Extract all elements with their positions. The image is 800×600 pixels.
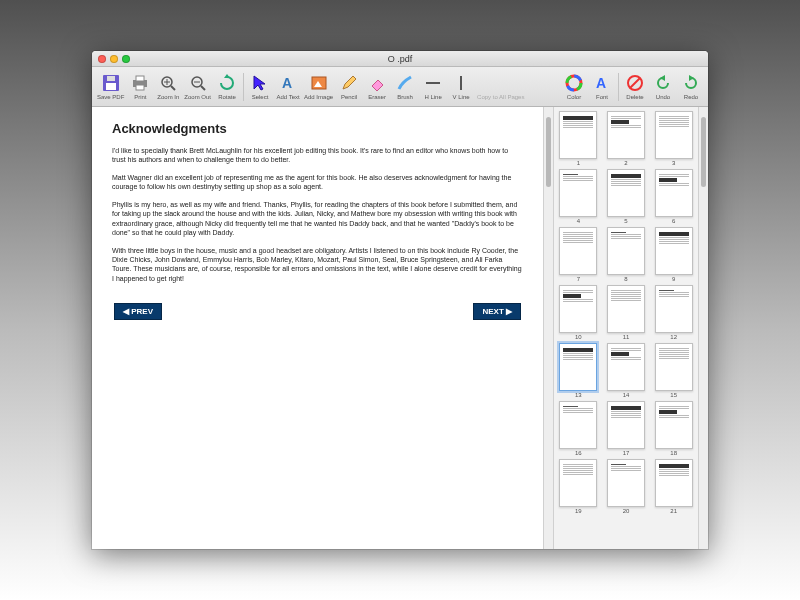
zoom-button[interactable]	[122, 55, 130, 63]
zoom-in-button[interactable]: Zoom In	[154, 73, 182, 100]
svg-rect-5	[136, 85, 144, 90]
close-button[interactable]	[98, 55, 106, 63]
thumbnail-page-9[interactable]: 9	[651, 227, 696, 282]
svg-marker-14	[254, 76, 265, 90]
svg-rect-4	[136, 76, 144, 81]
eraser-button[interactable]: Eraser	[363, 73, 391, 100]
titlebar: O .pdf	[92, 51, 708, 67]
add-image-button[interactable]: Add Image	[302, 73, 335, 100]
rotate-button[interactable]: Rotate	[213, 73, 241, 100]
thumbnail-number: 16	[575, 450, 582, 456]
hline-icon	[423, 73, 443, 93]
app-window: O .pdf Save PDF Print Zoom In Zoom Out R…	[92, 51, 708, 549]
thumbnail-number: 8	[624, 276, 627, 282]
thumbnail-number: 5	[624, 218, 627, 224]
thumbnail-page-17[interactable]: 17	[604, 401, 649, 456]
svg-marker-18	[343, 76, 356, 89]
copy-all-button[interactable]: Copy to All Pages	[475, 73, 526, 100]
paragraph: With three little boys in the house, mus…	[112, 246, 523, 284]
select-button[interactable]: Select	[246, 73, 274, 100]
delete-icon	[625, 73, 645, 93]
font-button[interactable]: A Font	[588, 73, 616, 100]
page-scrollbar[interactable]	[543, 107, 553, 549]
vline-icon	[451, 73, 471, 93]
thumbnail-page-21[interactable]: 21	[651, 459, 696, 514]
undo-button[interactable]: Undo	[649, 73, 677, 100]
thumbnail-number: 4	[577, 218, 580, 224]
next-button[interactable]: NEXT ▶	[473, 303, 521, 320]
thumbnail-page-8[interactable]: 8	[604, 227, 649, 282]
thumbnails-grid: 123456789101112131415161718192021	[556, 111, 696, 514]
color-button[interactable]: Color	[560, 73, 588, 100]
floppy-icon	[101, 73, 121, 93]
copy-icon	[491, 73, 511, 93]
rotate-icon	[217, 73, 237, 93]
thumbnail-page-5[interactable]: 5	[604, 169, 649, 224]
thumbnail-page-11[interactable]: 11	[604, 285, 649, 340]
undo-icon	[653, 73, 673, 93]
thumbnail-page-6[interactable]: 6	[651, 169, 696, 224]
thumbnail-page-4[interactable]: 4	[556, 169, 601, 224]
h-line-button[interactable]: H Line	[419, 73, 447, 100]
thumbnails-sidebar: 123456789101112131415161718192021	[553, 107, 698, 549]
redo-button[interactable]: Redo	[677, 73, 705, 100]
thumbnail-page-15[interactable]: 15	[651, 343, 696, 398]
text-icon: A	[278, 73, 298, 93]
v-line-button[interactable]: V Line	[447, 73, 475, 100]
thumbnail-page-12[interactable]: 12	[651, 285, 696, 340]
svg-rect-2	[107, 76, 115, 81]
save-pdf-button[interactable]: Save PDF	[95, 73, 126, 100]
thumbnail-page-7[interactable]: 7	[556, 227, 601, 282]
zoom-out-button[interactable]: Zoom Out	[182, 73, 213, 100]
font-icon: A	[592, 73, 612, 93]
thumbnail-page-2[interactable]: 2	[604, 111, 649, 166]
brush-button[interactable]: Brush	[391, 73, 419, 100]
separator	[243, 73, 244, 101]
thumbnail-page-16[interactable]: 16	[556, 401, 601, 456]
thumbnail-number: 6	[672, 218, 675, 224]
thumbnail-number: 9	[672, 276, 675, 282]
thumbnail-number: 19	[575, 508, 582, 514]
page-heading: Acknowledgments	[112, 121, 523, 136]
thumbnail-page-3[interactable]: 3	[651, 111, 696, 166]
thumbnail-number: 21	[670, 508, 677, 514]
thumbnail-number: 14	[623, 392, 630, 398]
thumbnail-page-14[interactable]: 14	[604, 343, 649, 398]
minimize-button[interactable]	[110, 55, 118, 63]
svg-text:A: A	[596, 75, 606, 91]
pencil-button[interactable]: Pencil	[335, 73, 363, 100]
thumbnail-page-19[interactable]: 19	[556, 459, 601, 514]
redo-icon	[681, 73, 701, 93]
paragraph: I'd like to specially thank Brett McLaug…	[112, 146, 523, 165]
eraser-icon	[367, 73, 387, 93]
thumbnail-page-10[interactable]: 10	[556, 285, 601, 340]
thumbnail-number: 1	[577, 160, 580, 166]
paragraph: Matt Wagner did an excellent job of repr…	[112, 173, 523, 192]
svg-marker-13	[224, 74, 230, 78]
paragraph: Phyllis is my hero, as well as my wife a…	[112, 200, 523, 238]
thumbnail-page-20[interactable]: 20	[604, 459, 649, 514]
thumbnail-number: 18	[670, 450, 677, 456]
print-button[interactable]: Print	[126, 73, 154, 100]
thumbnail-number: 17	[623, 450, 630, 456]
thumbnail-page-13[interactable]: 13	[556, 343, 601, 398]
zoom-out-icon	[188, 73, 208, 93]
svg-marker-19	[372, 80, 383, 91]
printer-icon	[130, 73, 150, 93]
thumbnail-number: 15	[670, 392, 677, 398]
delete-button[interactable]: Delete	[621, 73, 649, 100]
image-icon	[309, 73, 329, 93]
thumbnail-number: 10	[575, 334, 582, 340]
thumbnail-page-1[interactable]: 1	[556, 111, 601, 166]
svg-marker-28	[660, 75, 665, 81]
svg-text:A: A	[282, 75, 292, 91]
toolbar: Save PDF Print Zoom In Zoom Out Rotate S…	[92, 67, 708, 107]
thumbnail-page-18[interactable]: 18	[651, 401, 696, 456]
prev-button[interactable]: ◀ PREV	[114, 303, 162, 320]
add-text-button[interactable]: A Add Text	[274, 73, 302, 100]
thumbnail-number: 12	[670, 334, 677, 340]
color-wheel-icon	[564, 73, 584, 93]
thumbnail-number: 3	[672, 160, 675, 166]
window-title: O .pdf	[92, 54, 708, 64]
sidebar-scrollbar[interactable]	[698, 107, 708, 549]
